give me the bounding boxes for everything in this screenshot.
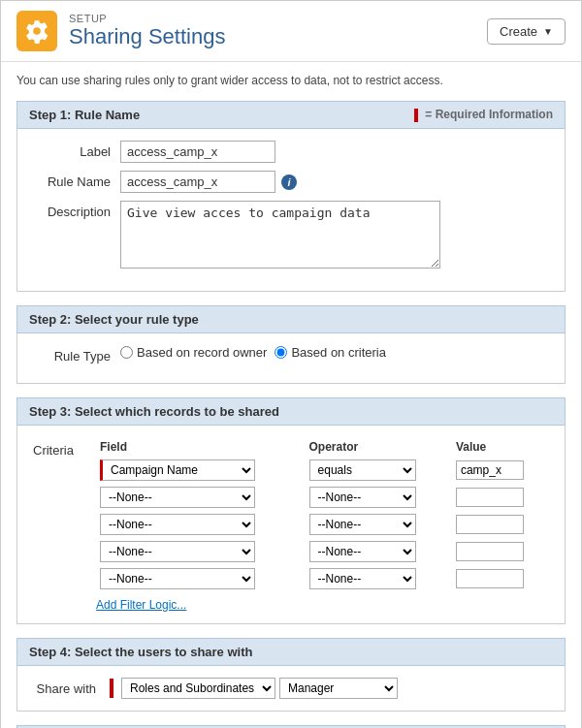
rulename-input[interactable] (120, 171, 275, 193)
criteria-header-row: Field Operator Value (96, 437, 549, 457)
value-input-0[interactable] (456, 460, 524, 480)
required-note: = Required Information (414, 108, 553, 122)
share-with-label: Share with (33, 681, 106, 696)
ruletype-label: Rule Type (33, 345, 120, 364)
required-bar-icon (414, 109, 418, 122)
label-input[interactable] (120, 141, 275, 163)
page-title: Sharing Settings (69, 24, 225, 49)
page-wrapper: SETUP Sharing Settings Create ▼ You can … (0, 0, 582, 728)
operator-select-1[interactable]: --None-- (309, 487, 416, 508)
step2-section: Step 2: Select your rule type Rule Type … (16, 305, 566, 384)
step1-header: Step 1: Rule Name = Required Information (16, 101, 566, 129)
description-row: Description (33, 201, 549, 271)
required-indicator-icon (110, 679, 113, 698)
operator-col-header: Operator (306, 437, 452, 457)
content-area: You can use sharing rules only to grant … (1, 62, 581, 728)
gear-icon (16, 11, 57, 51)
ruletype-row: Rule Type Based on record owner Based on… (33, 345, 549, 364)
step2-body: Rule Type Based on record owner Based on… (16, 333, 566, 384)
header-text: SETUP Sharing Settings (69, 13, 225, 49)
table-row: Campaign Nameequals (96, 457, 549, 484)
description-field-label: Description (33, 201, 120, 219)
step3-header: Step 3: Select which records to be share… (16, 397, 566, 426)
radio-owner[interactable] (120, 346, 133, 359)
table-row: --None----None-- (96, 511, 549, 538)
operator-select-4[interactable]: --None-- (309, 568, 416, 589)
step3-body: Criteria Field Operator Value (16, 426, 566, 624)
table-row: --None----None-- (96, 484, 549, 511)
rulename-field-wrap: i (120, 171, 549, 193)
step2-header: Step 2: Select your rule type (16, 305, 566, 333)
header-left: SETUP Sharing Settings (16, 11, 225, 51)
step1-section: Step 1: Rule Name = Required Information… (16, 101, 566, 292)
add-filter-link[interactable]: Add Filter Logic... (96, 598, 186, 612)
criteria-wrap: Criteria Field Operator Value (33, 437, 549, 612)
value-input-2[interactable] (456, 515, 524, 534)
radio-owner-label: Based on record owner (120, 345, 267, 360)
label-field-wrap (120, 141, 549, 163)
header: SETUP Sharing Settings Create ▼ (1, 1, 581, 62)
criteria-table: Field Operator Value Campaign Nameequals… (96, 437, 549, 592)
value-input-1[interactable] (456, 488, 524, 507)
criteria-label: Criteria (33, 437, 86, 458)
operator-select-2[interactable]: --None-- (309, 514, 416, 535)
field-select-4[interactable]: --None-- (100, 568, 255, 589)
setup-label: SETUP (69, 13, 225, 24)
criteria-rows: Campaign Nameequals--None----None----Non… (96, 457, 549, 592)
rulename-with-icon: i (120, 171, 549, 193)
label-row: Label (33, 141, 549, 163)
share-with-row: Share with Roles and Subordinates Roles … (33, 678, 549, 699)
field-select-1[interactable]: --None-- (100, 487, 255, 508)
info-icon[interactable]: i (281, 174, 297, 190)
table-row: --None----None-- (96, 565, 549, 592)
share-type-select[interactable]: Roles and Subordinates Roles Public Grou… (121, 678, 275, 699)
operator-select-3[interactable]: --None-- (309, 541, 416, 562)
step1-body: Label Rule Name i Description (16, 129, 566, 292)
field-select-0[interactable]: Campaign Name (100, 459, 255, 481)
radio-criteria[interactable] (275, 346, 287, 359)
field-select-3[interactable]: --None-- (100, 541, 255, 562)
rulename-field-label: Rule Name (33, 171, 120, 189)
operator-select-0[interactable]: equals (309, 459, 416, 481)
value-col-header: Value (452, 437, 549, 457)
step3-section: Step 3: Select which records to be share… (16, 397, 566, 624)
criteria-table-wrap: Field Operator Value Campaign Nameequals… (96, 437, 549, 612)
table-row: --None----None-- (96, 538, 549, 565)
step4-section: Step 4: Select the users to share with S… (16, 638, 566, 712)
rulename-row: Rule Name i (33, 171, 549, 193)
description-input[interactable] (120, 201, 440, 269)
field-col-header: Field (96, 437, 306, 457)
description-field-wrap (120, 201, 549, 271)
label-field-label: Label (33, 141, 120, 159)
gear-svg (24, 18, 49, 44)
value-input-3[interactable] (456, 542, 524, 561)
rule-type-radio-group: Based on record owner Based on criteria (120, 345, 549, 360)
step4-header: Step 4: Select the users to share with (16, 638, 566, 666)
radio-criteria-label: Based on criteria (275, 345, 386, 360)
ruletype-options: Based on record owner Based on criteria (120, 345, 549, 360)
chevron-down-icon: ▼ (543, 26, 553, 37)
info-text: You can use sharing rules only to grant … (16, 74, 566, 87)
field-select-2[interactable]: --None-- (100, 514, 255, 535)
value-input-4[interactable] (456, 569, 524, 588)
step4-body: Share with Roles and Subordinates Roles … (16, 666, 566, 712)
create-button[interactable]: Create ▼ (487, 18, 566, 45)
manager-select[interactable]: Manager All Internal Users (279, 678, 398, 699)
